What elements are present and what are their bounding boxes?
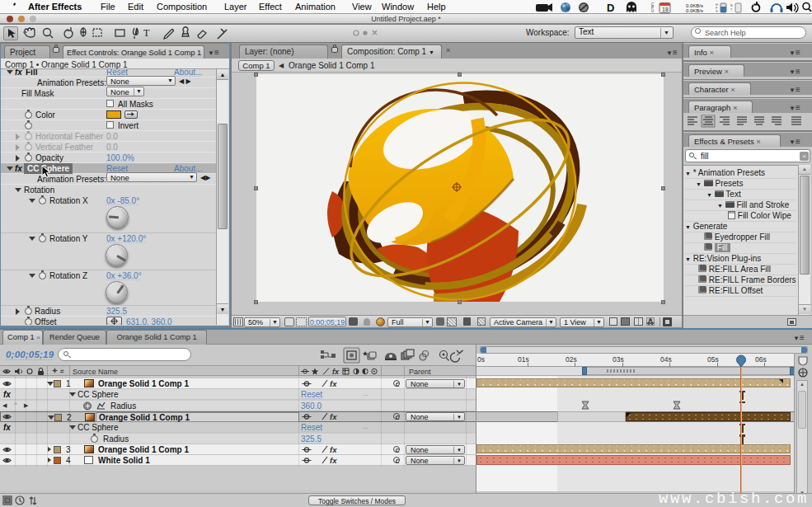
svg-text:0.0KB/s: 0.0KB/s: [686, 8, 703, 13]
svg-text:S: S: [716, 9, 718, 13]
svg-text:U: U: [651, 9, 654, 13]
svg-text:D: D: [607, 2, 614, 13]
svg-text:fx: fx: [332, 368, 340, 376]
svg-text:18: 18: [662, 7, 669, 12]
svg-text:fx: fx: [330, 379, 337, 388]
svg-text:T: T: [143, 27, 150, 39]
svg-text:0.0KB/s: 0.0KB/s: [686, 3, 703, 8]
svg-text:T: T: [730, 7, 733, 12]
